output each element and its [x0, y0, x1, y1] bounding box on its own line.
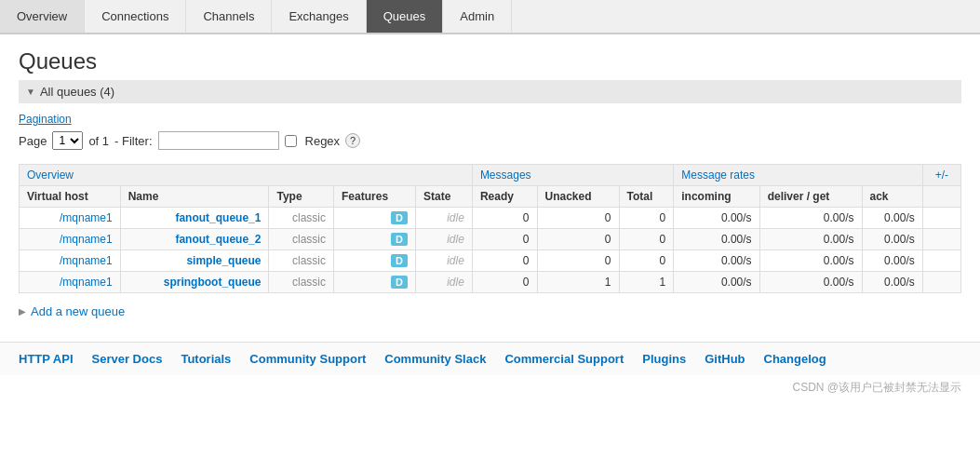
column-header-row: Virtual host Name Type Features State Re… — [20, 186, 961, 208]
table-row: /mqname1 fanout_queue_1 classic D idle 0… — [20, 208, 961, 229]
footer-link-commercial-support[interactable]: Commercial Support — [504, 352, 624, 366]
queue-unacked: 0 — [537, 229, 619, 250]
col-ack: ack — [862, 186, 922, 208]
queue-ack: 0.00/s — [862, 272, 922, 293]
queue-name-link[interactable]: simple_queue — [186, 254, 261, 267]
queue-unacked: 1 — [537, 272, 619, 293]
page-select[interactable]: 1 — [52, 131, 83, 150]
regex-help-icon[interactable]: ? — [345, 133, 360, 148]
queue-ready: 0 — [472, 272, 537, 293]
queue-total: 0 — [619, 208, 674, 229]
queue-type: classic — [269, 229, 334, 250]
watermark: CSDN @该用户已被封禁无法显示 — [0, 375, 980, 400]
col-incoming: incoming — [674, 186, 759, 208]
vhost-link[interactable]: /mqname1 — [60, 211, 113, 224]
queue-unacked: 0 — [537, 250, 619, 272]
message-rates-section-header: Message rates — [674, 165, 922, 186]
table-row: /mqname1 fanout_queue_2 classic D idle 0… — [20, 229, 961, 250]
collapse-arrow-icon: ▼ — [26, 87, 35, 97]
pagination-label[interactable]: Pagination — [19, 113, 961, 126]
overview-section-header: Overview — [20, 165, 473, 186]
queue-name-link[interactable]: fanout_queue_1 — [175, 211, 261, 224]
col-features: Features — [334, 186, 416, 208]
footer-link-plugins[interactable]: Plugins — [642, 352, 686, 366]
vhost-link[interactable]: /mqname1 — [60, 254, 113, 267]
regex-checkbox[interactable] — [285, 135, 297, 147]
all-queues-header[interactable]: ▼ All queues (4) — [19, 80, 961, 103]
nav-tab-overview[interactable]: Overview — [0, 0, 85, 33]
col-unacked: Unacked — [537, 186, 619, 208]
nav-tab-channels[interactable]: Channels — [186, 0, 272, 33]
all-queues-label: All queues (4) — [40, 85, 114, 99]
queue-name-link[interactable]: springboot_queue — [164, 276, 262, 289]
queue-ack: 0.00/s — [862, 229, 922, 250]
plus-minus-button[interactable]: +/- — [922, 165, 960, 186]
queues-table: Overview Messages Message rates +/- Virt… — [19, 164, 961, 293]
add-queue-arrow-icon: ▶ — [19, 306, 26, 317]
messages-section-header: Messages — [472, 165, 673, 186]
pagination-section: Pagination Page 1 of 1 - Filter: Regex ? — [19, 113, 961, 150]
queue-empty — [922, 229, 960, 250]
page-content: Queues ▼ All queues (4) Pagination Page … — [0, 34, 980, 342]
queue-type: classic — [269, 250, 334, 272]
nav-bar: OverviewConnectionsChannelsExchangesQueu… — [0, 0, 980, 34]
queue-state: idle — [416, 229, 473, 250]
queue-incoming: 0.00/s — [674, 208, 759, 229]
queue-unacked: 0 — [537, 208, 619, 229]
pagination-controls: Page 1 of 1 - Filter: Regex ? — [19, 131, 961, 150]
queue-type: classic — [269, 208, 334, 229]
col-total: Total — [619, 186, 674, 208]
footer-link-community-slack[interactable]: Community Slack — [384, 352, 486, 366]
queue-features: D — [334, 250, 416, 272]
queue-incoming: 0.00/s — [674, 272, 759, 293]
vhost-link[interactable]: /mqname1 — [60, 276, 113, 289]
queue-features: D — [334, 208, 416, 229]
footer-link-server-docs[interactable]: Server Docs — [92, 352, 163, 366]
queues-table-wrapper: Overview Messages Message rates +/- Virt… — [19, 164, 961, 293]
table-row: /mqname1 springboot_queue classic D idle… — [20, 272, 961, 293]
queue-name-link[interactable]: fanout_queue_2 — [175, 233, 261, 246]
add-queue-section[interactable]: ▶ Add a new queue — [19, 304, 961, 318]
queue-type: classic — [269, 272, 334, 293]
page-text: Page — [19, 134, 47, 148]
queue-total: 0 — [619, 250, 674, 272]
queue-incoming: 0.00/s — [674, 229, 759, 250]
footer-link-changelog[interactable]: Changelog — [764, 352, 826, 366]
footer-link-tutorials[interactable]: Tutorials — [181, 352, 231, 366]
queue-deliver-get: 0.00/s — [759, 208, 862, 229]
col-ready: Ready — [472, 186, 537, 208]
footer-link-http-api[interactable]: HTTP API — [19, 352, 74, 366]
footer-link-community-support[interactable]: Community Support — [249, 352, 366, 366]
vhost-link[interactable]: /mqname1 — [60, 233, 113, 246]
queue-state: idle — [416, 272, 473, 293]
col-state: State — [416, 186, 473, 208]
queue-empty — [922, 272, 960, 293]
queue-incoming: 0.00/s — [674, 250, 759, 272]
footer-link-github[interactable]: GitHub — [705, 352, 745, 366]
col-type: Type — [269, 186, 334, 208]
queue-empty — [922, 250, 960, 272]
queue-features: D — [334, 272, 416, 293]
queue-features: D — [334, 229, 416, 250]
queue-deliver-get: 0.00/s — [759, 229, 862, 250]
nav-tab-connections[interactable]: Connections — [85, 0, 186, 33]
page-title: Queues — [19, 48, 961, 74]
col-virtual-host: Virtual host — [20, 186, 121, 208]
col-name: Name — [120, 186, 269, 208]
nav-tab-exchanges[interactable]: Exchanges — [272, 0, 366, 33]
filter-input[interactable] — [158, 131, 279, 150]
col-empty — [922, 186, 960, 208]
queue-deliver-get: 0.00/s — [759, 272, 862, 293]
queue-total: 0 — [619, 229, 674, 250]
add-queue-label: Add a new queue — [31, 304, 125, 318]
queue-ready: 0 — [472, 229, 537, 250]
queue-ack: 0.00/s — [862, 208, 922, 229]
nav-tab-queues[interactable]: Queues — [367, 0, 444, 33]
queue-ready: 0 — [472, 208, 537, 229]
queue-empty — [922, 208, 960, 229]
queue-deliver-get: 0.00/s — [759, 250, 862, 272]
nav-tab-admin[interactable]: Admin — [443, 0, 512, 33]
filter-text: - Filter: — [114, 134, 152, 148]
section-header-row: Overview Messages Message rates +/- — [20, 165, 961, 186]
footer: HTTP APIServer DocsTutorialsCommunity Su… — [0, 342, 980, 375]
